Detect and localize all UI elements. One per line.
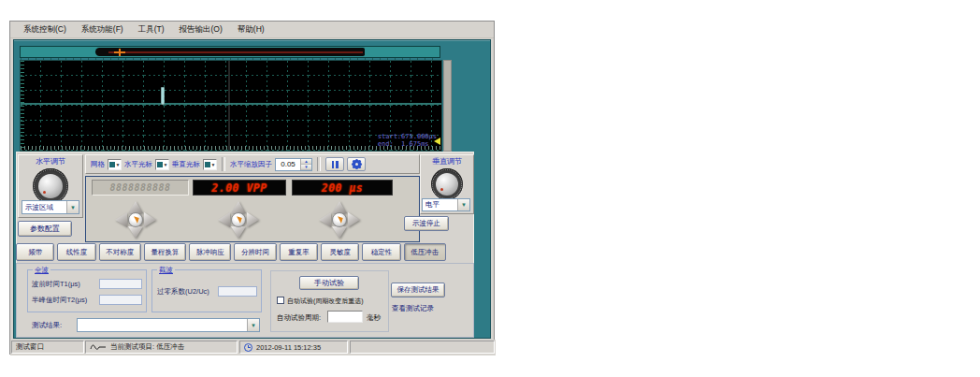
knob-indicator — [43, 191, 46, 194]
trigger-line — [108, 51, 363, 53]
scope-area-select[interactable]: 示波区域 ▼ — [22, 200, 79, 214]
test-run-group: 手动试验 自动试验(周期改变后重选) 自动试验周期: 毫秒 — [270, 270, 389, 332]
knob-face — [38, 174, 63, 198]
zero-coeff-input[interactable] — [218, 286, 257, 297]
pause-icon — [332, 161, 335, 168]
pad-center-button[interactable] — [332, 212, 347, 227]
screen-side-strip — [443, 60, 452, 152]
scope-pulse — [162, 88, 164, 104]
auto-period-input[interactable] — [327, 311, 363, 323]
measure-display-panel: 8888888888 2.00 VPP 200 μs — [85, 176, 420, 242]
h-cursor-label: 水平光标 — [124, 160, 152, 169]
toolbar-separator — [317, 157, 321, 171]
test-item-range-conversion[interactable]: 量程换算 — [144, 243, 186, 261]
scope-stop-button[interactable]: 示波停止 — [404, 216, 449, 231]
spinner-down-icon[interactable]: ▼ — [301, 165, 311, 170]
oscilloscope-screen[interactable]: start:675.000μs end: 1.675ms — [20, 60, 442, 152]
arrow-right-icon[interactable] — [144, 212, 156, 227]
zero-coeff-label: 过零系数(U2/Uc) — [157, 287, 209, 297]
arrow-left-icon[interactable] — [319, 212, 331, 227]
arrow-down-icon[interactable] — [332, 226, 347, 239]
test-item-asymmetry[interactable]: 不对称度 — [99, 243, 141, 261]
test-item-band[interactable]: 频带 — [16, 243, 54, 261]
t2-label: 半峰值时间T2(μs) — [32, 296, 87, 305]
chevron-down-icon[interactable]: ▼ — [457, 199, 469, 210]
scope-horizontal-scrollbar[interactable] — [20, 46, 440, 58]
h-cursor-toggle-button[interactable]: ▼ — [155, 159, 169, 170]
grid-label: 网格 — [91, 160, 105, 169]
test-item-resolution-time[interactable]: 分辨时间 — [234, 243, 276, 261]
t2-input[interactable] — [99, 295, 142, 305]
test-item-low-voltage-impulse[interactable]: 低压冲击 — [404, 243, 446, 261]
save-results-button[interactable]: 保存测试结果 — [391, 283, 445, 297]
menu-system-control[interactable]: 系统控制(C) — [16, 22, 74, 37]
chopped-wave-title: 截波 — [157, 266, 175, 275]
t1-input[interactable] — [99, 279, 142, 289]
status-current-label: 当前测试项目: 低压冲击 — [110, 342, 184, 352]
gear-icon — [353, 160, 361, 168]
arrow-down-icon[interactable] — [231, 226, 246, 239]
settings-button[interactable] — [347, 157, 366, 171]
grid-icon — [109, 162, 115, 167]
test-item-stability[interactable]: 稳定性 — [362, 243, 400, 261]
scope-toolbar: 网格 ▼ 水平光标 ▼ 垂直光标 ▼ 水平缩放因子 0.05 ▲▼ — [85, 154, 420, 174]
test-result-label: 测试结果: — [32, 321, 62, 330]
arrow-down-icon[interactable] — [128, 226, 143, 239]
v-cursor-toggle-button[interactable]: ▼ — [203, 159, 217, 170]
pad-center-button[interactable] — [231, 212, 246, 227]
full-wave-title: 全波 — [33, 266, 50, 275]
nav-pad-2[interactable] — [218, 201, 259, 239]
view-records-link[interactable]: 查看测试记录 — [392, 304, 434, 313]
auto-period-label: 自动试验周期: — [277, 313, 321, 323]
chevron-down-icon: ▼ — [164, 162, 168, 167]
pause-button[interactable] — [325, 157, 344, 171]
menu-help[interactable]: 帮助(H) — [230, 22, 272, 37]
scope-cursor-readout: start:675.000μs end: 1.675ms — [378, 133, 437, 148]
menu-report-output[interactable]: 报告输出(O) — [172, 22, 230, 37]
level-select[interactable]: 电平 ▼ — [422, 198, 470, 211]
chevron-down-icon: ▼ — [116, 162, 121, 167]
arrow-left-icon[interactable] — [218, 212, 230, 227]
cursor-icon — [157, 162, 163, 167]
zoom-factor-value: 0.05 — [276, 159, 300, 170]
pad-center-button[interactable] — [128, 212, 143, 227]
horizontal-adjust-panel: 水平调节 示波区域 ▼ — [18, 154, 83, 218]
status-current-cell: 当前测试项目: 低压冲击 — [85, 341, 238, 354]
scrollbar-thumb[interactable] — [95, 48, 365, 56]
test-item-repetition-rate[interactable]: 重复率 — [280, 243, 318, 261]
nav-pad-3[interactable] — [319, 201, 360, 239]
horizontal-knob[interactable] — [33, 168, 68, 204]
counter-display: 8888888888 — [92, 180, 189, 196]
arrow-right-icon[interactable] — [348, 212, 360, 227]
knob-indicator — [440, 188, 443, 191]
menu-bar: 系统控制(C) 系统功能(F) 工具(T) 报告输出(O) 帮助(H) — [10, 22, 494, 38]
chevron-down-icon[interactable]: ▼ — [66, 201, 79, 213]
full-wave-group: 全波 波前时间T1(μs) 半峰值时间T2(μs) — [27, 269, 147, 312]
menu-tools[interactable]: 工具(T) — [131, 22, 172, 37]
chevron-down-icon[interactable]: ▼ — [247, 319, 259, 331]
knob-face — [436, 173, 458, 196]
nav-pad-1[interactable] — [115, 201, 156, 239]
test-result-select[interactable]: ▼ — [77, 318, 260, 332]
vertical-knob[interactable] — [431, 168, 463, 200]
arrow-right-icon[interactable] — [247, 212, 259, 227]
param-config-button[interactable]: 参数配置 — [18, 221, 72, 237]
trigger-marker-icon[interactable] — [119, 49, 121, 56]
manual-test-button[interactable]: 手动试验 — [299, 276, 359, 290]
status-time-cell: 2012-09-11 15:12:35 — [239, 341, 348, 354]
chopped-wave-group: 截波 过零系数(U2/Uc) — [151, 269, 262, 312]
auto-test-label: 自动试验(周期改变后重选) — [287, 297, 364, 306]
zoom-factor-label: 水平缩放因子 — [230, 160, 272, 169]
auto-test-checkbox[interactable] — [277, 297, 284, 304]
test-item-sensitivity[interactable]: 灵敏度 — [321, 243, 359, 261]
menu-system-function[interactable]: 系统功能(F) — [74, 22, 131, 37]
zoom-factor-spinner[interactable]: 0.05 ▲▼ — [275, 158, 312, 171]
status-empty-cell — [350, 341, 495, 354]
test-item-pulse-response[interactable]: 脉冲响应 — [189, 243, 231, 261]
grid-toggle-button[interactable]: ▼ — [108, 159, 122, 170]
test-item-linearity[interactable]: 线性度 — [57, 243, 95, 261]
toolbar-separator — [222, 157, 225, 171]
clock-icon — [244, 343, 252, 352]
arrow-left-icon[interactable] — [115, 212, 127, 227]
chevron-down-icon: ▼ — [211, 162, 216, 167]
